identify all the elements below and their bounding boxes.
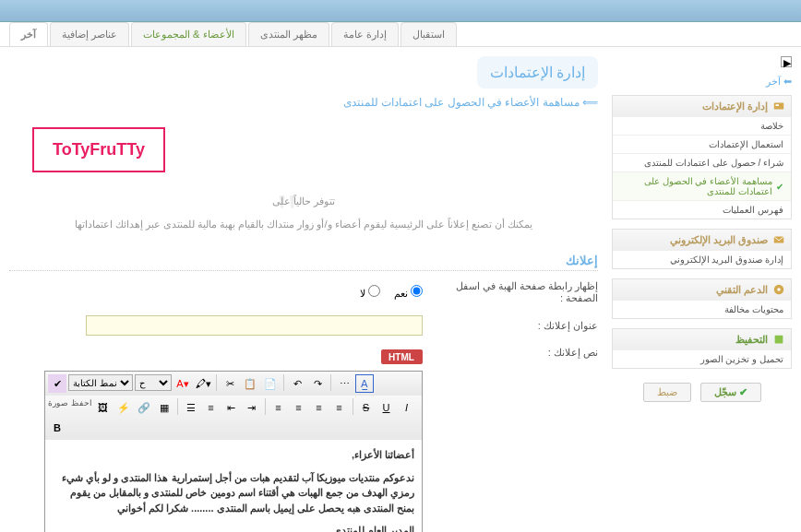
- sidebar-item-summary[interactable]: خلاصة: [613, 116, 791, 135]
- form-row-text: نص إعلانك : HTML ✔ نمط الكتابة ح A▾ 🖍▾ ✂…: [9, 347, 598, 532]
- check-icon: ✔: [739, 386, 747, 398]
- mail-icon: [772, 233, 785, 246]
- panel-support: الدعم التقني محتويات مخالفة: [612, 278, 792, 319]
- tb-table-icon[interactable]: ▦: [155, 398, 173, 417]
- radio-no-label[interactable]: لا: [360, 285, 380, 300]
- tb-undo-icon[interactable]: ↶: [288, 374, 306, 393]
- tb-link-icon[interactable]: 🔗: [135, 398, 153, 417]
- radio-yes-label[interactable]: نعم: [394, 285, 423, 300]
- radio-no[interactable]: [368, 285, 380, 297]
- sidebar-item-contribute[interactable]: ✔مساهمة الأعضاء في الحصول على اعتمادات ل…: [613, 171, 791, 200]
- support-icon: [772, 283, 785, 296]
- description: تتوفر حالياً على يمكنك أن تصنع إعلاناً ع…: [9, 186, 598, 240]
- watermark-text: ToTyFruTTy: [53, 140, 145, 159]
- tb-bold-icon[interactable]: B: [48, 419, 66, 437]
- sidebar-item-log[interactable]: فهرس العمليات: [613, 200, 791, 219]
- sidebar-item-mail[interactable]: إدارة صندوق البريد الإلكتروني: [613, 250, 791, 268]
- form-row-footer: إظهار رابطة صفحة الهبة في اسفل الصفحة : …: [9, 280, 598, 304]
- tb-ol-icon[interactable]: ≡: [202, 398, 221, 417]
- tab-bar: استقبال إدارة عامة مظهر المنتدى الأعضاء …: [0, 22, 801, 47]
- editor-toolbar-2: احفظ صورة 🖼 ⚡ 🔗 ▦ ☰ ≡ ⇤ ⇥ ≡ ≡ ≡: [45, 396, 422, 440]
- panel-save: التحفيظ تحميل و تخزين الصور: [612, 328, 792, 369]
- tb-cut-icon[interactable]: ✂: [221, 374, 239, 393]
- tb-style-select[interactable]: نمط الكتابة: [68, 374, 133, 391]
- tb-image-icon[interactable]: 🖼: [94, 398, 113, 417]
- panel-mail-head: صندوق البريد الإلكتروني: [613, 230, 791, 250]
- tb-special-icon[interactable]: ⋯: [335, 374, 353, 393]
- breadcrumb-other: ⬅ آخر: [612, 76, 792, 88]
- svg-point-4: [777, 288, 781, 291]
- tb-spellcheck-icon[interactable]: ✔: [48, 374, 66, 393]
- tab-members[interactable]: الأعضاء & المجموعات: [131, 22, 245, 46]
- button-row: ✔سجّل ضبط: [612, 383, 792, 402]
- check-icon: ✔: [776, 182, 783, 192]
- tab-extras[interactable]: عناصر إضافية: [50, 22, 129, 46]
- tb-bgcolor-icon[interactable]: 🖍▾: [194, 374, 212, 393]
- tb-strike-icon[interactable]: S: [357, 398, 376, 417]
- sidebar-item-violations[interactable]: محتويات مخالفة: [613, 300, 791, 318]
- tb-flash-icon[interactable]: ⚡: [114, 398, 133, 417]
- svg-text:HTML: HTML: [389, 352, 414, 362]
- tb-underline-icon[interactable]: U: [377, 398, 396, 417]
- panel-mail: صندوق البريد الإلكتروني إدارة صندوق البر…: [612, 229, 792, 269]
- tb-right-icon[interactable]: ≡: [310, 398, 329, 417]
- tb-size-select[interactable]: ح: [135, 374, 172, 391]
- tb-italic-icon[interactable]: I: [398, 398, 416, 417]
- page-title: إدارة الإعتمادات: [477, 56, 598, 89]
- ad-title-input[interactable]: [86, 315, 423, 336]
- panel-credits: إدارة الإعتمادات خلاصة استعمال الإعتمادا…: [612, 95, 792, 219]
- page-subtitle: ⟸ مساهمة الأعضاء في الحصول على اعتمادات …: [9, 96, 598, 109]
- panel-support-head: الدعم التقني: [613, 279, 791, 300]
- tab-general[interactable]: إدارة عامة: [331, 22, 399, 46]
- panel-save-head: التحفيظ: [613, 329, 791, 349]
- credits-icon: [772, 100, 785, 112]
- ad-title-label: عنوان إعلانك :: [441, 320, 598, 332]
- tb-outdent-icon[interactable]: ⇤: [222, 398, 241, 417]
- tb-left-icon[interactable]: ≡: [269, 398, 288, 417]
- tb-fontcolor-icon[interactable]: A▾: [173, 374, 192, 393]
- rich-editor: ✔ نمط الكتابة ح A▾ 🖍▾ ✂ 📋 📄 ↶ ↷ ⋯: [44, 371, 423, 532]
- tab-reception[interactable]: استقبال: [400, 22, 457, 46]
- upload-label: احفظ صورة: [48, 398, 92, 417]
- legend-icon[interactable]: ▶: [781, 56, 792, 67]
- sidebar-item-use[interactable]: استعمال الإعتمادات: [613, 135, 791, 153]
- tab-appearance[interactable]: مظهر المنتدى: [248, 22, 329, 46]
- reset-button[interactable]: ضبط: [643, 383, 691, 402]
- save-button[interactable]: ✔سجّل: [700, 383, 761, 402]
- tb-ul-icon[interactable]: ☰: [182, 398, 200, 417]
- form-row-title: عنوان إعلانك :: [9, 315, 598, 336]
- tab-other[interactable]: آخر: [9, 22, 48, 46]
- sidebar-item-buy[interactable]: شراء / حصول على اعتمادات للمنتدى: [613, 153, 791, 171]
- sidebar-item-images[interactable]: تحميل و تخزين الصور: [613, 349, 791, 368]
- tb-indent-icon[interactable]: ⇥: [243, 398, 261, 417]
- tb-redo-icon[interactable]: ↷: [308, 374, 327, 393]
- tb-justify-icon[interactable]: ≡: [330, 398, 349, 417]
- section-title: إعلانك: [9, 254, 598, 271]
- tb-center-icon[interactable]: ≡: [290, 398, 308, 417]
- top-bar: [0, 0, 801, 22]
- sidebar: ▶ ⬅ آخر إدارة الإعتمادات خلاصة استعمال ا…: [612, 56, 792, 532]
- editor-content[interactable]: أعضائنا الأعزاء, ندعوكم منتديات ميوزيكا …: [45, 440, 422, 532]
- footer-label: إظهار رابطة صفحة الهبة في اسفل الصفحة :: [441, 280, 598, 304]
- main-content: إدارة الإعتمادات ⟸ مساهمة الأعضاء في الح…: [9, 56, 598, 532]
- html-badge: HTML: [381, 349, 423, 366]
- ad-text-label: نص إعلانك :: [441, 347, 598, 359]
- radio-yes[interactable]: [411, 285, 423, 297]
- editor-toolbar-1: ✔ نمط الكتابة ح A▾ 🖍▾ ✂ 📋 📄 ↶ ↷ ⋯: [45, 372, 422, 396]
- panel-credits-head: إدارة الإعتمادات: [613, 96, 791, 116]
- svg-rect-5: [775, 336, 783, 344]
- tb-paste-icon[interactable]: 📄: [261, 374, 280, 393]
- tb-mode-icon[interactable]: A̲: [355, 374, 374, 393]
- save-icon: [772, 333, 785, 346]
- svg-rect-1: [776, 104, 780, 106]
- tb-copy-icon[interactable]: 📋: [241, 374, 259, 393]
- watermark-box: ToTyFruTTy: [32, 127, 165, 172]
